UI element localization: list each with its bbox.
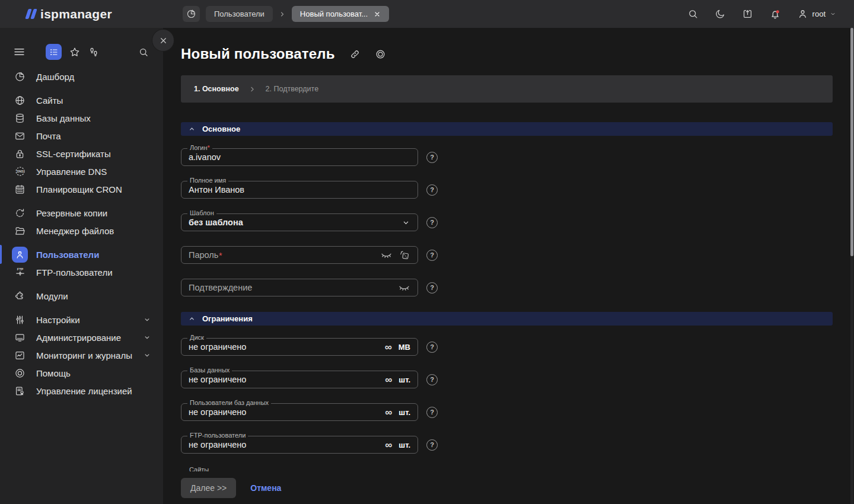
next-button[interactable]: Далее >> [181, 478, 236, 498]
app-logo[interactable]: ispmanager [27, 7, 163, 21]
section-header-limits[interactable]: Ограничения [181, 312, 833, 326]
sidebar-item-backups[interactable]: Резервные копии [0, 204, 163, 222]
sidebar-item-modules[interactable]: Модули [0, 287, 163, 305]
infinity-icon[interactable]: ∞ [385, 342, 392, 352]
password-field[interactable]: * [181, 246, 418, 264]
import-box-icon[interactable] [742, 8, 753, 20]
help-icon[interactable]: ? [426, 439, 438, 451]
sidebar-item-ftp-users[interactable]: FTP FTP-пользователи [0, 263, 163, 281]
databases-limit-field[interactable]: Базы данных ∞ шт. [181, 371, 418, 388]
fullname-field[interactable]: Полное имя [181, 181, 418, 199]
confirm-password-input[interactable] [189, 283, 398, 292]
help-icon[interactable]: ? [426, 374, 438, 385]
dashboard-tab-button[interactable] [183, 6, 200, 22]
sidebar-item-file-manager[interactable]: Менеджер файлов [0, 222, 163, 240]
sidebar-item-databases[interactable]: Базы данных [0, 109, 163, 127]
user-menu[interactable]: root [797, 8, 836, 20]
hamburger-menu-icon[interactable] [13, 46, 26, 58]
ftp-users-label: FTP-пользователи [187, 432, 248, 439]
lifebuoy-icon [12, 365, 28, 381]
confirm-password-field[interactable] [181, 279, 418, 296]
vertical-scrollbar[interactable] [850, 28, 853, 504]
fullname-label: Полное имя [187, 177, 228, 184]
tab-new-user[interactable]: Новый пользоват... [292, 6, 389, 22]
help-icon[interactable]: ? [426, 217, 438, 228]
scrollbar-thumb[interactable] [850, 28, 853, 256]
password-input[interactable] [189, 250, 380, 260]
help-icon[interactable]: ? [426, 282, 438, 294]
close-tab-icon[interactable] [374, 11, 381, 18]
logo-text: ispmanager [40, 7, 112, 21]
databases-unit: шт. [399, 375, 410, 384]
svg-text:FTP: FTP [17, 267, 23, 271]
disk-input[interactable] [189, 342, 385, 352]
sidebar-item-dashboard[interactable]: Дашборд [0, 68, 163, 85]
help-icon[interactable]: ? [426, 152, 438, 163]
sidebar-item-users[interactable]: Пользователи [0, 245, 163, 263]
sidebar-menu: Дашборд Сайты Базы данных Почта SSL-серт [0, 68, 163, 400]
sidebar-header [0, 28, 163, 60]
fullname-input[interactable] [189, 185, 410, 194]
sidebar-item-sites[interactable]: Сайты [0, 91, 163, 109]
chevron-down-icon [830, 11, 836, 17]
favorites-star-icon[interactable] [69, 46, 81, 58]
tab-users[interactable]: Пользователи [206, 6, 273, 22]
copy-link-icon[interactable] [349, 49, 361, 60]
folder-icon [12, 223, 28, 239]
eye-closed-icon[interactable] [380, 249, 393, 261]
ftp-users-unit: шт. [399, 441, 410, 449]
infinity-icon[interactable]: ∞ [385, 375, 392, 385]
search-icon[interactable] [687, 8, 699, 20]
databases-input[interactable] [189, 375, 385, 384]
db-users-input[interactable] [189, 407, 385, 417]
cancel-link[interactable]: Отмена [250, 483, 281, 493]
user-icon [12, 247, 28, 263]
ftp-users-input[interactable] [189, 440, 385, 449]
eye-closed-icon[interactable] [398, 282, 410, 294]
chevron-down-icon[interactable] [401, 218, 410, 227]
login-field[interactable]: Логин* [181, 148, 418, 166]
chevron-up-icon [188, 125, 196, 133]
sidebar-search-icon[interactable] [138, 47, 149, 58]
generate-password-icon[interactable] [399, 250, 410, 261]
target-circle-icon[interactable] [375, 49, 386, 60]
sidebar-item-ssl[interactable]: SSL-сертификаты [0, 145, 163, 162]
database-icon [12, 110, 28, 126]
infinity-icon[interactable]: ∞ [385, 407, 392, 417]
tab-strip: Пользователи Новый пользоват... [183, 6, 389, 22]
help-icon[interactable]: ? [426, 342, 438, 353]
menu-view-list-button[interactable] [46, 44, 62, 60]
wizard-step-1[interactable]: 1. Основное [194, 85, 239, 93]
section-header-main[interactable]: Основное [181, 122, 833, 136]
footprints-icon[interactable] [88, 46, 100, 58]
required-asterisk: * [219, 251, 222, 260]
close-sidebar-button[interactable] [152, 30, 174, 51]
sidebar-item-license[interactable]: Управление лицензией [0, 382, 163, 400]
template-select[interactable]: Шаблон без шаблона [181, 213, 418, 231]
pie-chart-icon [12, 69, 28, 85]
infinity-icon[interactable]: ∞ [385, 440, 392, 450]
chevron-right-icon [279, 11, 286, 18]
help-icon[interactable]: ? [426, 250, 438, 261]
theme-moon-icon[interactable] [715, 8, 726, 20]
sidebar-item-help[interactable]: Помощь [0, 364, 163, 382]
notifications-bell-icon[interactable] [769, 8, 781, 20]
svg-text:DNS: DNS [17, 170, 24, 173]
main-panel: Новый пользователь 1. Основное 2. Подтве… [163, 28, 854, 504]
db-users-label: Пользователи баз данных [187, 399, 271, 406]
db-users-limit-field[interactable]: Пользователи баз данных ∞ шт. [181, 403, 418, 421]
license-icon [12, 383, 28, 399]
sidebar-item-monitoring[interactable]: Мониторинг и журналы [0, 346, 163, 364]
help-icon[interactable]: ? [426, 407, 438, 418]
sidebar-item-dns[interactable]: DNS Управление DNS [0, 162, 163, 180]
sidebar-item-cron[interactable]: Планировщик CRON [0, 180, 163, 198]
login-input[interactable] [189, 152, 410, 162]
sidebar: Дашборд Сайты Базы данных Почта SSL-серт [0, 28, 163, 504]
ftp-users-limit-field[interactable]: FTP-пользователи ∞ шт. [181, 436, 418, 454]
disk-limit-field[interactable]: Диск ∞ MB [181, 338, 418, 356]
pie-chart-icon [186, 9, 196, 19]
sidebar-item-settings[interactable]: Настройки [0, 311, 163, 328]
sidebar-item-administration[interactable]: Администрирование [0, 328, 163, 346]
help-icon[interactable]: ? [426, 184, 438, 196]
sidebar-item-mail[interactable]: Почта [0, 127, 163, 145]
